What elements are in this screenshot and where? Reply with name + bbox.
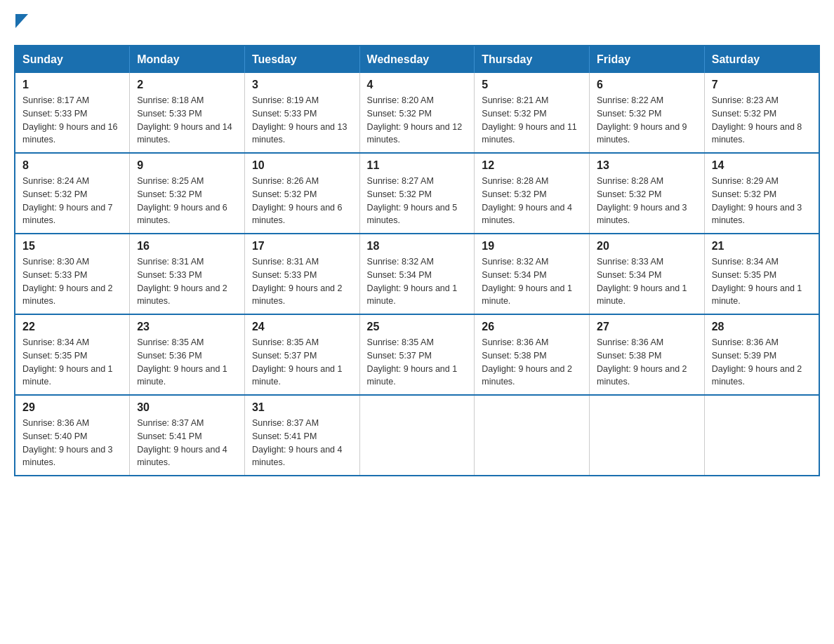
day-info: Sunrise: 8:36 AM Sunset: 5:38 PM Dayligh… bbox=[482, 336, 582, 389]
day-info: Sunrise: 8:27 AM Sunset: 5:32 PM Dayligh… bbox=[367, 175, 468, 227]
day-number: 26 bbox=[482, 321, 582, 333]
day-number: 30 bbox=[137, 401, 237, 414]
day-number: 23 bbox=[137, 321, 237, 333]
day-info: Sunrise: 8:18 AM Sunset: 5:33 PM Dayligh… bbox=[137, 94, 237, 147]
column-header-wednesday: Wednesday bbox=[359, 46, 475, 73]
day-number: 29 bbox=[22, 401, 122, 414]
day-info: Sunrise: 8:37 AM Sunset: 5:41 PM Dayligh… bbox=[252, 417, 352, 469]
day-info: Sunrise: 8:37 AM Sunset: 5:41 PM Dayligh… bbox=[137, 417, 237, 469]
calendar-cell: 19 Sunrise: 8:32 AM Sunset: 5:34 PM Dayl… bbox=[475, 234, 590, 314]
column-header-thursday: Thursday bbox=[475, 46, 590, 73]
day-number: 2 bbox=[137, 79, 237, 91]
day-info: Sunrise: 8:19 AM Sunset: 5:33 PM Dayligh… bbox=[252, 94, 352, 147]
calendar-cell: 24 Sunrise: 8:35 AM Sunset: 5:37 PM Dayl… bbox=[244, 314, 359, 395]
calendar-cell: 5 Sunrise: 8:21 AM Sunset: 5:32 PM Dayli… bbox=[475, 73, 590, 153]
day-number: 28 bbox=[712, 321, 812, 333]
calendar-table: SundayMondayTuesdayWednesdayThursdayFrid… bbox=[14, 45, 820, 476]
column-header-monday: Monday bbox=[130, 46, 245, 73]
day-number: 9 bbox=[137, 159, 237, 172]
calendar-cell: 22 Sunrise: 8:34 AM Sunset: 5:35 PM Dayl… bbox=[15, 314, 130, 395]
day-info: Sunrise: 8:24 AM Sunset: 5:32 PM Dayligh… bbox=[22, 175, 122, 227]
day-number: 3 bbox=[252, 79, 352, 91]
day-info: Sunrise: 8:35 AM Sunset: 5:37 PM Dayligh… bbox=[252, 336, 352, 389]
calendar-cell: 7 Sunrise: 8:23 AM Sunset: 5:32 PM Dayli… bbox=[704, 73, 819, 153]
day-number: 4 bbox=[367, 79, 468, 91]
calendar-cell bbox=[475, 395, 590, 476]
day-info: Sunrise: 8:36 AM Sunset: 5:39 PM Dayligh… bbox=[712, 336, 812, 389]
logo-arrow-icon bbox=[15, 14, 28, 28]
day-number: 20 bbox=[597, 240, 697, 253]
column-header-saturday: Saturday bbox=[704, 46, 819, 73]
calendar-cell: 10 Sunrise: 8:26 AM Sunset: 5:32 PM Dayl… bbox=[244, 153, 359, 234]
day-info: Sunrise: 8:22 AM Sunset: 5:32 PM Dayligh… bbox=[597, 94, 697, 147]
calendar-week-row: 22 Sunrise: 8:34 AM Sunset: 5:35 PM Dayl… bbox=[15, 314, 819, 395]
calendar-cell: 2 Sunrise: 8:18 AM Sunset: 5:33 PM Dayli… bbox=[130, 73, 245, 153]
calendar-cell bbox=[590, 395, 705, 476]
calendar-cell: 30 Sunrise: 8:37 AM Sunset: 5:41 PM Dayl… bbox=[130, 395, 245, 476]
calendar-cell bbox=[704, 395, 819, 476]
page-header bbox=[14, 14, 820, 31]
calendar-cell: 9 Sunrise: 8:25 AM Sunset: 5:32 PM Dayli… bbox=[130, 153, 245, 234]
day-number: 17 bbox=[252, 240, 352, 253]
day-number: 15 bbox=[22, 240, 122, 253]
day-number: 22 bbox=[22, 321, 122, 333]
column-header-friday: Friday bbox=[590, 46, 705, 73]
calendar-cell: 31 Sunrise: 8:37 AM Sunset: 5:41 PM Dayl… bbox=[244, 395, 359, 476]
day-info: Sunrise: 8:32 AM Sunset: 5:34 PM Dayligh… bbox=[367, 255, 468, 308]
calendar-cell: 21 Sunrise: 8:34 AM Sunset: 5:35 PM Dayl… bbox=[704, 234, 819, 314]
day-info: Sunrise: 8:20 AM Sunset: 5:32 PM Dayligh… bbox=[367, 94, 468, 147]
calendar-cell: 13 Sunrise: 8:28 AM Sunset: 5:32 PM Dayl… bbox=[590, 153, 705, 234]
calendar-cell: 20 Sunrise: 8:33 AM Sunset: 5:34 PM Dayl… bbox=[590, 234, 705, 314]
svg-marker-0 bbox=[15, 14, 28, 28]
day-info: Sunrise: 8:34 AM Sunset: 5:35 PM Dayligh… bbox=[712, 255, 812, 308]
day-number: 1 bbox=[22, 79, 122, 91]
day-info: Sunrise: 8:36 AM Sunset: 5:40 PM Dayligh… bbox=[22, 417, 122, 469]
calendar-cell: 11 Sunrise: 8:27 AM Sunset: 5:32 PM Dayl… bbox=[359, 153, 475, 234]
calendar-cell: 29 Sunrise: 8:36 AM Sunset: 5:40 PM Dayl… bbox=[15, 395, 130, 476]
day-number: 24 bbox=[252, 321, 352, 333]
calendar-cell: 14 Sunrise: 8:29 AM Sunset: 5:32 PM Dayl… bbox=[704, 153, 819, 234]
calendar-week-row: 1 Sunrise: 8:17 AM Sunset: 5:33 PM Dayli… bbox=[15, 73, 819, 153]
day-number: 19 bbox=[482, 240, 582, 253]
day-info: Sunrise: 8:26 AM Sunset: 5:32 PM Dayligh… bbox=[252, 175, 352, 227]
day-number: 11 bbox=[367, 159, 468, 172]
day-number: 8 bbox=[22, 159, 122, 172]
day-number: 6 bbox=[597, 79, 697, 91]
calendar-cell: 28 Sunrise: 8:36 AM Sunset: 5:39 PM Dayl… bbox=[704, 314, 819, 395]
day-number: 16 bbox=[137, 240, 237, 253]
calendar-cell: 16 Sunrise: 8:31 AM Sunset: 5:33 PM Dayl… bbox=[130, 234, 245, 314]
column-header-tuesday: Tuesday bbox=[244, 46, 359, 73]
calendar-week-row: 29 Sunrise: 8:36 AM Sunset: 5:40 PM Dayl… bbox=[15, 395, 819, 476]
day-info: Sunrise: 8:34 AM Sunset: 5:35 PM Dayligh… bbox=[22, 336, 122, 389]
day-info: Sunrise: 8:33 AM Sunset: 5:34 PM Dayligh… bbox=[597, 255, 697, 308]
calendar-cell: 3 Sunrise: 8:19 AM Sunset: 5:33 PM Dayli… bbox=[244, 73, 359, 153]
logo bbox=[14, 14, 28, 31]
day-info: Sunrise: 8:28 AM Sunset: 5:32 PM Dayligh… bbox=[597, 175, 697, 227]
calendar-cell: 4 Sunrise: 8:20 AM Sunset: 5:32 PM Dayli… bbox=[359, 73, 475, 153]
day-info: Sunrise: 8:31 AM Sunset: 5:33 PM Dayligh… bbox=[252, 255, 352, 308]
calendar-cell: 17 Sunrise: 8:31 AM Sunset: 5:33 PM Dayl… bbox=[244, 234, 359, 314]
day-info: Sunrise: 8:30 AM Sunset: 5:33 PM Dayligh… bbox=[22, 255, 122, 308]
calendar-cell: 23 Sunrise: 8:35 AM Sunset: 5:36 PM Dayl… bbox=[130, 314, 245, 395]
day-info: Sunrise: 8:23 AM Sunset: 5:32 PM Dayligh… bbox=[712, 94, 812, 147]
day-number: 7 bbox=[712, 79, 812, 91]
calendar-cell: 8 Sunrise: 8:24 AM Sunset: 5:32 PM Dayli… bbox=[15, 153, 130, 234]
calendar-header-row: SundayMondayTuesdayWednesdayThursdayFrid… bbox=[15, 46, 819, 73]
day-number: 25 bbox=[367, 321, 468, 333]
day-info: Sunrise: 8:29 AM Sunset: 5:32 PM Dayligh… bbox=[712, 175, 812, 227]
day-info: Sunrise: 8:28 AM Sunset: 5:32 PM Dayligh… bbox=[482, 175, 582, 227]
day-number: 13 bbox=[597, 159, 697, 172]
calendar-cell: 6 Sunrise: 8:22 AM Sunset: 5:32 PM Dayli… bbox=[590, 73, 705, 153]
calendar-cell: 26 Sunrise: 8:36 AM Sunset: 5:38 PM Dayl… bbox=[475, 314, 590, 395]
day-number: 31 bbox=[252, 401, 352, 414]
day-number: 12 bbox=[482, 159, 582, 172]
calendar-cell: 1 Sunrise: 8:17 AM Sunset: 5:33 PM Dayli… bbox=[15, 73, 130, 153]
day-info: Sunrise: 8:36 AM Sunset: 5:38 PM Dayligh… bbox=[597, 336, 697, 389]
calendar-cell: 18 Sunrise: 8:32 AM Sunset: 5:34 PM Dayl… bbox=[359, 234, 475, 314]
column-header-sunday: Sunday bbox=[15, 46, 130, 73]
day-info: Sunrise: 8:35 AM Sunset: 5:37 PM Dayligh… bbox=[367, 336, 468, 389]
day-number: 27 bbox=[597, 321, 697, 333]
calendar-cell bbox=[359, 395, 475, 476]
calendar-cell: 25 Sunrise: 8:35 AM Sunset: 5:37 PM Dayl… bbox=[359, 314, 475, 395]
day-info: Sunrise: 8:21 AM Sunset: 5:32 PM Dayligh… bbox=[482, 94, 582, 147]
